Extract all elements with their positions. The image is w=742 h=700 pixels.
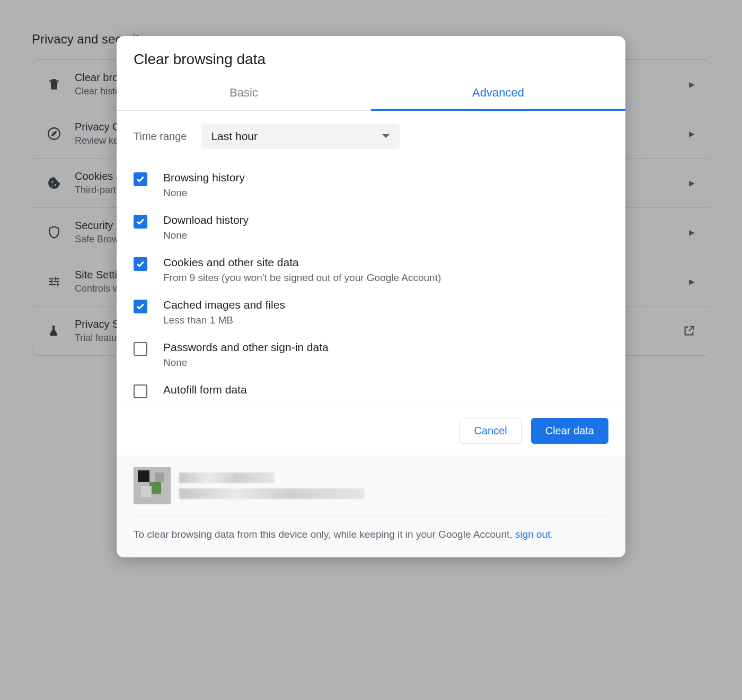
checkbox-autofill[interactable] bbox=[134, 384, 147, 398]
dialog-footer: To clear browsing data from this device … bbox=[117, 456, 625, 557]
item-title: Cached images and files bbox=[163, 299, 285, 311]
tab-basic[interactable]: Basic bbox=[117, 76, 371, 110]
item-title: Browsing history bbox=[163, 171, 245, 184]
dialog-body: Time range Last hour Browsing history No… bbox=[117, 111, 625, 406]
avatar bbox=[134, 467, 171, 504]
clear-data-button[interactable]: Clear data bbox=[531, 418, 608, 444]
dialog-actions: Cancel Clear data bbox=[117, 406, 625, 456]
item-autofill: Autofill form data bbox=[134, 376, 608, 406]
modal-overlay: Clear browsing data Basic Advanced Time … bbox=[0, 0, 742, 700]
checkbox-browsing-history[interactable] bbox=[134, 172, 147, 186]
item-passwords: Passwords and other sign-in data None bbox=[134, 334, 608, 376]
checkbox-download-history[interactable] bbox=[134, 215, 147, 229]
item-title: Passwords and other sign-in data bbox=[163, 341, 329, 354]
item-download-history: Download history None bbox=[134, 206, 608, 249]
item-sub: From 9 sites (you won't be signed out of… bbox=[163, 272, 441, 284]
item-cached-images: Cached images and files Less than 1 MB bbox=[134, 291, 608, 334]
item-title: Cookies and other site data bbox=[163, 256, 441, 269]
chevron-down-icon bbox=[382, 134, 390, 139]
item-title: Download history bbox=[163, 214, 249, 226]
item-sub: None bbox=[163, 187, 245, 199]
checkbox-passwords[interactable] bbox=[134, 342, 147, 356]
time-range-row: Time range Last hour bbox=[134, 124, 608, 149]
time-range-label: Time range bbox=[134, 130, 187, 143]
time-range-select[interactable]: Last hour bbox=[201, 124, 400, 149]
checkbox-cookies[interactable] bbox=[134, 257, 147, 271]
footer-text-1: To clear browsing data from this device … bbox=[134, 529, 515, 540]
dialog-tabs: Basic Advanced bbox=[117, 76, 625, 111]
item-title: Autofill form data bbox=[163, 383, 247, 396]
time-range-value: Last hour bbox=[211, 130, 258, 143]
sign-out-link[interactable]: sign out bbox=[515, 529, 551, 540]
cancel-button[interactable]: Cancel bbox=[460, 418, 521, 444]
dialog-title: Clear browsing data bbox=[117, 36, 625, 76]
item-browsing-history: Browsing history None bbox=[134, 164, 608, 206]
checkbox-cached-images[interactable] bbox=[134, 300, 147, 313]
item-cookies: Cookies and other site data From 9 sites… bbox=[134, 249, 608, 291]
item-sub: Less than 1 MB bbox=[163, 314, 285, 326]
footer-text: To clear browsing data from this device … bbox=[134, 527, 608, 542]
item-sub: None bbox=[163, 357, 329, 369]
tab-advanced[interactable]: Advanced bbox=[371, 76, 625, 111]
clear-browsing-data-dialog: Clear browsing data Basic Advanced Time … bbox=[117, 36, 625, 557]
item-sub: None bbox=[163, 230, 249, 241]
account-info-row bbox=[134, 467, 608, 515]
footer-text-2: . bbox=[550, 529, 553, 540]
